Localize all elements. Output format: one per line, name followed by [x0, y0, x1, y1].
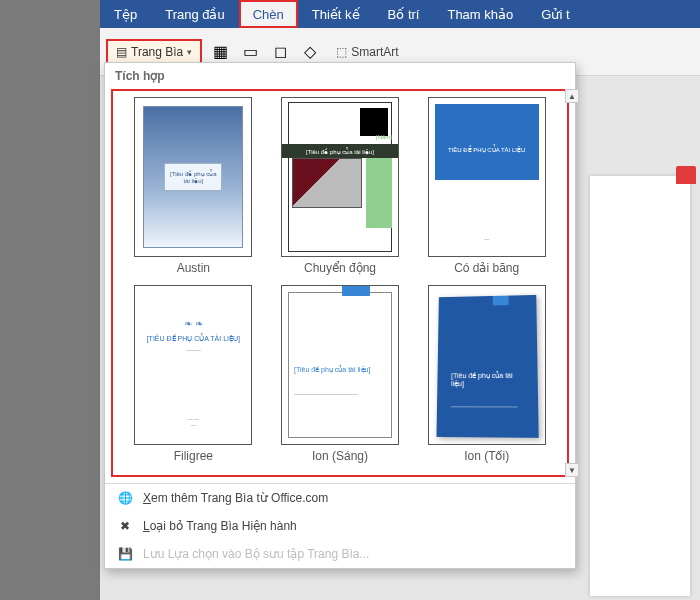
thumb-subtitle: [Tiêu đề phụ của tài liệu] — [164, 163, 222, 191]
smartart-button[interactable]: ⬚ SmartArt — [328, 41, 406, 63]
tab-references[interactable]: Tham khảo — [433, 0, 527, 28]
gallery-item-label: Austin — [177, 261, 210, 275]
scroll-down-icon[interactable]: ▼ — [565, 463, 579, 477]
remove-page-icon: ✖ — [117, 518, 133, 534]
tab-design[interactable]: Thiết kế — [298, 0, 374, 28]
icons-icon[interactable]: ◇ — [298, 40, 322, 64]
chevron-down-icon: ▾ — [187, 47, 192, 57]
thumbnail: [Tiêu đề phụ của tài liệu] — [281, 285, 399, 445]
tab-insert[interactable]: Chèn — [239, 0, 298, 28]
gallery-item-ion-light[interactable]: [Tiêu đề phụ của tài liệu] Ion (Sáng) — [274, 285, 407, 463]
menu-label: Xem thêm Trang Bìa từ Office.com — [143, 491, 328, 505]
gallery-item-motion[interactable]: [Năm] [Tiêu đề phụ của tài liệu] Chuyển … — [274, 97, 407, 275]
shapes-icon[interactable]: ◻ — [268, 40, 292, 64]
page-icon: ▤ — [116, 45, 127, 59]
gallery-item-label: Chuyển động — [304, 261, 376, 275]
tab-layout[interactable]: Bố trí — [374, 0, 434, 28]
gallery-grid: [Tiêu đề phụ của tài liệu] Austin [Năm] … — [111, 89, 569, 477]
scrollbar[interactable]: ▲ ▼ — [565, 89, 579, 477]
gallery-item-label: Filigree — [174, 449, 213, 463]
gallery-item-label: Có dải băng — [454, 261, 519, 275]
menu-save-selection: 💾 Lưu Lựa chọn vào Bộ sưu tập Trang Bìa.… — [105, 540, 575, 568]
smartart-label: SmartArt — [351, 45, 398, 59]
globe-icon: 🌐 — [117, 490, 133, 506]
gallery-item-austin[interactable]: [Tiêu đề phụ của tài liệu] Austin — [127, 97, 260, 275]
page — [590, 176, 690, 596]
gallery-item-label: Ion (Sáng) — [312, 449, 368, 463]
thumbnail: TIÊU ĐỀ PHỤ CỦA TÀI LIỆU — — [428, 97, 546, 257]
gallery-item-filigree[interactable]: ❧ ❧ [TIÊU ĐỀ PHỤ CỦA TÀI LIỆU] ——— — —— … — [127, 285, 260, 463]
thumbnail: [Tiêu đề phụ của tài liệu] — [134, 97, 252, 257]
gallery-footer-menu: 🌐 Xem thêm Trang Bìa từ Office.com ✖ Loạ… — [105, 483, 575, 568]
thumbnail: [Tiêu đề phụ của tài liệu] — [428, 285, 546, 445]
save-icon: 💾 — [117, 546, 133, 562]
menu-remove-cover-page[interactable]: ✖ Loại bỏ Trang Bìa Hiện hành — [105, 512, 575, 540]
cover-page-gallery: Tích hợp [Tiêu đề phụ của tài liệu] Aust… — [104, 62, 576, 569]
gallery-scroll-area: [Tiêu đề phụ của tài liệu] Austin [Năm] … — [105, 89, 575, 477]
thumbnail: ❧ ❧ [TIÊU ĐỀ PHỤ CỦA TÀI LIỆU] ——— — —— — [134, 285, 252, 445]
thumbnail: [Năm] [Tiêu đề phụ của tài liệu] — [281, 97, 399, 257]
tab-file[interactable]: Tệp — [100, 0, 151, 28]
scroll-up-icon[interactable]: ▲ — [565, 89, 579, 103]
smartart-icon: ⬚ — [336, 45, 347, 59]
gallery-section-header: Tích hợp — [105, 63, 575, 87]
gallery-item-banded[interactable]: TIÊU ĐỀ PHỤ CỦA TÀI LIỆU — Có dải băng — [420, 97, 553, 275]
menu-more-from-office[interactable]: 🌐 Xem thêm Trang Bìa từ Office.com — [105, 484, 575, 512]
pictures-icon[interactable]: ▭ — [238, 40, 262, 64]
gallery-item-ion-dark[interactable]: [Tiêu đề phụ của tài liệu] Ion (Tối) — [420, 285, 553, 463]
tab-mailings[interactable]: Gửi t — [527, 0, 583, 28]
tab-home[interactable]: Trang đầu — [151, 0, 239, 28]
store-icon[interactable] — [676, 166, 696, 184]
table-icon[interactable]: ▦ — [208, 40, 232, 64]
cover-page-label: Trang Bìa — [131, 45, 183, 59]
gallery-item-label: Ion (Tối) — [464, 449, 509, 463]
menu-label: Lưu Lựa chọn vào Bộ sưu tập Trang Bìa... — [143, 547, 369, 561]
cover-page-button[interactable]: ▤ Trang Bìa ▾ — [106, 39, 202, 65]
menu-label: Loại bỏ Trang Bìa Hiện hành — [143, 519, 297, 533]
ribbon-tabbar: Tệp Trang đầu Chèn Thiết kế Bố trí Tham … — [100, 0, 700, 28]
